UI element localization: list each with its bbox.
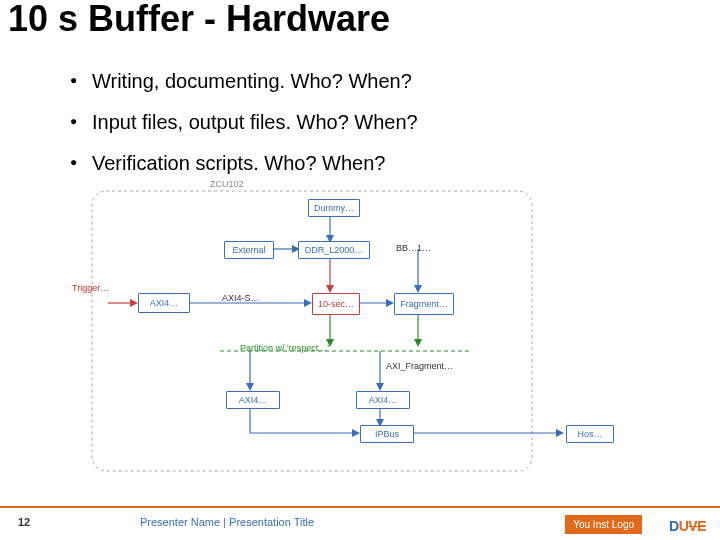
logo-letter: VE bbox=[688, 518, 706, 534]
svg-marker-4 bbox=[326, 285, 334, 293]
svg-marker-11 bbox=[246, 383, 254, 391]
dune-logo: DUVE bbox=[669, 518, 706, 534]
list-item: Input files, output files. Who? When? bbox=[70, 109, 418, 136]
box-axi-br: AXI4… bbox=[356, 391, 410, 409]
bullet-list: Writing, documenting. Who? When? Input f… bbox=[30, 68, 418, 191]
box-dummy: Dummy… bbox=[308, 199, 360, 217]
svg-marker-10 bbox=[414, 339, 422, 347]
logo-letter: U bbox=[679, 518, 689, 534]
box-host: Hos… bbox=[566, 425, 614, 443]
box-tensec: 10-sec… bbox=[312, 293, 360, 315]
page-number: 12 bbox=[18, 516, 30, 528]
svg-marker-12 bbox=[376, 383, 384, 391]
svg-text:ZCU102: ZCU102 bbox=[210, 179, 244, 189]
svg-marker-13 bbox=[352, 429, 360, 437]
label-bb: BB…1… bbox=[396, 243, 431, 253]
slide-title: 10 s Buffer - Hardware bbox=[8, 0, 390, 40]
footer-text: Presenter Name | Presentation Title bbox=[140, 516, 314, 528]
box-external: External bbox=[224, 241, 274, 259]
architecture-diagram: ZCU102 bbox=[90, 175, 630, 475]
label-partition: Partition w/ 'respect…' bbox=[240, 343, 329, 353]
list-item: Verification scripts. Who? When? bbox=[70, 150, 418, 177]
institution-logo-placeholder: You Inst Logo bbox=[565, 515, 642, 534]
svg-rect-0 bbox=[92, 191, 532, 471]
svg-marker-15 bbox=[556, 429, 564, 437]
logo-letter: D bbox=[669, 518, 679, 534]
label-axi4s: AXI4-S… bbox=[222, 293, 260, 303]
label-trigger: Trigger… bbox=[72, 283, 109, 293]
label-axi-fragment: AXI_Fragment… bbox=[386, 361, 453, 371]
svg-marker-8 bbox=[386, 299, 394, 307]
svg-marker-7 bbox=[304, 299, 312, 307]
box-ddr: DDR_L2000… bbox=[298, 241, 370, 259]
box-axi-bl: AXI4… bbox=[226, 391, 280, 409]
box-fragment: Fragment… bbox=[394, 293, 454, 315]
svg-marker-6 bbox=[130, 299, 138, 307]
svg-marker-5 bbox=[414, 285, 422, 293]
box-axi-left: AXI4… bbox=[138, 293, 190, 313]
list-item: Writing, documenting. Who? When? bbox=[70, 68, 418, 95]
footer-divider bbox=[0, 506, 720, 508]
box-ipbus: IPBus bbox=[360, 425, 414, 443]
